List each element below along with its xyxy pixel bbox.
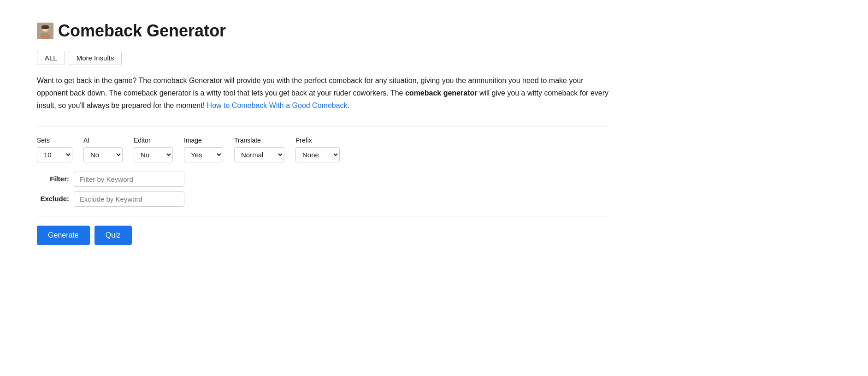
quiz-button[interactable]: Quiz (94, 226, 132, 245)
divider-top (37, 126, 608, 126)
sets-control: Sets 1 5 10 20 50 (37, 136, 72, 162)
title-row: Comeback Generator (37, 18, 608, 43)
prefix-control: Prefix None The A An (295, 136, 340, 162)
divider-bottom (37, 216, 608, 216)
tag-buttons: ALL More Insults (37, 51, 608, 65)
sets-select[interactable]: 1 5 10 20 50 (37, 147, 72, 162)
exclude-input[interactable] (74, 191, 184, 207)
ai-control: AI No Yes (83, 136, 123, 162)
page-container: Comeback Generator ALL More Insults Want… (0, 0, 645, 263)
controls-section: Sets 1 5 10 20 50 AI No Yes Editor (37, 136, 608, 162)
sets-label: Sets (37, 136, 72, 145)
filter-input[interactable] (74, 172, 184, 187)
page-title: Comeback Generator (58, 18, 226, 43)
ai-select[interactable]: No Yes (83, 147, 123, 162)
image-label: Image (184, 136, 223, 145)
filter-section: Filter: Exclude: (37, 172, 608, 207)
editor-control: Editor No Yes (134, 136, 173, 162)
editor-label: Editor (134, 136, 173, 145)
image-control: Image No Yes (184, 136, 223, 162)
tag-more-insults-button[interactable]: More Insults (69, 51, 122, 65)
filter-row: Filter: (37, 172, 608, 187)
ai-label: AI (83, 136, 123, 145)
generate-button[interactable]: Generate (37, 226, 90, 245)
editor-select[interactable]: No Yes (134, 147, 173, 162)
filter-label: Filter: (37, 174, 69, 185)
prefix-label: Prefix (295, 136, 340, 145)
translate-label: Translate (234, 136, 284, 145)
image-select[interactable]: No Yes (184, 147, 223, 162)
prefix-select[interactable]: None The A An (295, 147, 340, 162)
action-buttons: Generate Quiz (37, 226, 608, 245)
tag-all-button[interactable]: ALL (37, 51, 65, 65)
description-bold: comeback generator (405, 89, 478, 97)
title-icon (37, 23, 53, 39)
exclude-row: Exclude: (37, 191, 608, 207)
exclude-label: Exclude: (37, 194, 69, 204)
svg-rect-4 (41, 25, 49, 29)
description: Want to get back in the game? The comeba… (37, 74, 608, 112)
controls-row: Sets 1 5 10 20 50 AI No Yes Editor (37, 136, 608, 162)
description-link[interactable]: How to Comeback With a Good Comeback (207, 101, 348, 109)
translate-control: Translate Normal Formal Casual Slang (234, 136, 284, 162)
translate-select[interactable]: Normal Formal Casual Slang (234, 147, 284, 162)
